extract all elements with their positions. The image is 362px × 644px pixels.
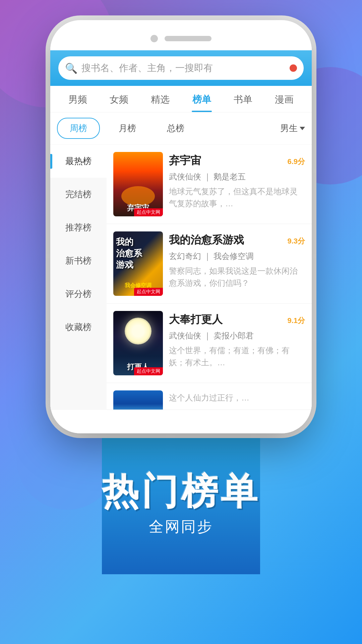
book-tags-1: 武侠仙侠 ｜ 鹅是老五 <box>169 171 305 182</box>
main-layout: 最热榜 完结榜 推荐榜 新书榜 评分榜 收藏榜 弃宇宙 起点中文网 弃 <box>50 145 312 410</box>
sidebar-item-favorites[interactable]: 收藏榜 <box>50 311 107 344</box>
tab-booklist[interactable]: 书单 <box>222 86 263 112</box>
book-score-1: 6.9分 <box>287 155 305 167</box>
book-score-unit-1: 分 <box>298 157 305 166</box>
tag-separator-2: ｜ <box>203 252 214 261</box>
book-item-4[interactable]: 这个人仙力过正行，… <box>107 383 312 410</box>
book-title-1: 弃宇宙 <box>169 153 201 168</box>
book-tag2-1: 鹅是老五 <box>214 172 246 181</box>
phone-camera <box>150 35 158 42</box>
book-item-3[interactable]: 打更人 起点中文网 大奉打更人 9.1分 武侠仙侠 ｜ <box>107 304 312 383</box>
book-item-2[interactable]: 我的治愈系游戏 我会修空调 起点中文网 我的治愈系游戏 9.3分 玄幻奇幻 <box>107 224 312 304</box>
book-cover-1: 弃宇宙 起点中文网 <box>113 152 163 216</box>
search-dot-indicator <box>290 64 297 72</box>
tab-featured[interactable]: 精选 <box>140 86 181 112</box>
book-desc-4: 这个人仙力过正行，… <box>169 392 305 404</box>
app-content: 🔍 搜书名、作者、主角，一搜即有 男频 女频 精选 榜单 书单 漫画 周榜 月榜… <box>50 50 312 410</box>
tag-separator-3: ｜ <box>203 331 214 340</box>
book-title-2: 我的治愈系游戏 <box>169 233 244 248</box>
book-info-2: 我的治愈系游戏 9.3分 玄幻奇幻 ｜ 我会修空调 警察同志，如果我说这是一款休… <box>169 231 305 289</box>
filter-tabs: 周榜 月榜 总榜 男生 <box>50 112 312 145</box>
sidebar-item-completed[interactable]: 完结榜 <box>50 178 107 211</box>
cover-1-badge: 起点中文网 <box>134 208 163 216</box>
filter-weekly[interactable]: 周榜 <box>57 118 100 139</box>
book-info-4: 这个人仙力过正行，… <box>169 390 305 404</box>
tab-rankings[interactable]: 榜单 <box>181 86 222 112</box>
book-desc-1: 地球元气复苏了，但这真不是地球灵气复苏的故事，… <box>169 185 305 210</box>
book-info-1: 弃宇宙 6.9分 武侠仙侠 ｜ 鹅是老五 地球元气复苏了，但这真不是地球灵气复苏… <box>169 152 305 210</box>
book-tag1-2: 玄幻奇幻 <box>169 252 201 261</box>
cover-3-badge: 起点中文网 <box>134 367 163 375</box>
book-tag1-1: 武侠仙侠 <box>169 172 201 181</box>
phone-bottom <box>50 410 312 433</box>
book-score-value-1: 6.9 <box>287 157 298 166</box>
book-info-3: 大奉打更人 9.1分 武侠仙侠 ｜ 卖报小郎君 这个世界，有儒；有道；有佛；有妖… <box>169 311 305 369</box>
book-tag1-3: 武侠仙侠 <box>169 331 201 340</box>
dropdown-arrow-icon <box>300 127 305 130</box>
sidebar-item-hottest[interactable]: 最热榜 <box>50 145 107 178</box>
tag-separator-1: ｜ <box>203 172 214 181</box>
book-score-unit-2: 分 <box>298 237 305 245</box>
filter-total[interactable]: 总榜 <box>155 118 196 138</box>
book-score-2: 9.3分 <box>287 234 305 246</box>
book-tags-3: 武侠仙侠 ｜ 卖报小郎君 <box>169 330 305 341</box>
book-cover-3: 打更人 起点中文网 <box>113 311 163 375</box>
cover-2-badge: 起点中文网 <box>134 288 163 296</box>
search-icon: 🔍 <box>65 62 77 74</box>
search-bar[interactable]: 🔍 搜书名、作者、主角，一搜即有 <box>58 56 304 80</box>
sidebar-item-recommended[interactable]: 推荐榜 <box>50 211 107 244</box>
search-placeholder: 搜书名、作者、主角，一搜即有 <box>81 62 286 74</box>
book-title-3: 大奉打更人 <box>169 312 223 327</box>
book-cover-4 <box>113 390 163 410</box>
tab-male[interactable]: 男频 <box>57 86 98 112</box>
tab-female[interactable]: 女频 <box>98 86 139 112</box>
book-item-1[interactable]: 弃宇宙 起点中文网 弃宇宙 6.9分 武侠仙侠 ｜ <box>107 145 312 224</box>
sidebar: 最热榜 完结榜 推荐榜 新书榜 评分榜 收藏榜 <box>50 145 107 410</box>
promo-subtitle: 全网同步 <box>149 517 213 537</box>
cover-2-title: 我的治愈系游戏 <box>116 236 142 270</box>
filter-monthly[interactable]: 月榜 <box>107 118 148 138</box>
filter-male-label: 男生 <box>280 122 298 134</box>
book-title-row-3: 大奉打更人 9.1分 <box>169 312 305 327</box>
book-tag2-3: 卖报小郎君 <box>214 331 254 340</box>
phone-frame: 🔍 搜书名、作者、主角，一搜即有 男频 女频 精选 榜单 书单 漫画 周榜 月榜… <box>50 20 312 433</box>
book-score-value-2: 9.3 <box>287 237 298 245</box>
phone-notch <box>50 20 312 50</box>
book-score-value-3: 9.1 <box>287 316 298 325</box>
book-score-unit-3: 分 <box>298 316 305 325</box>
cover-3-moon <box>125 318 152 344</box>
search-bar-container: 🔍 搜书名、作者、主角，一搜即有 <box>50 50 312 86</box>
book-desc-2: 警察同志，如果我说这是一款休闲治愈系游戏，你们信吗？ <box>169 265 305 289</box>
book-cover-2: 我的治愈系游戏 我会修空调 起点中文网 <box>113 231 163 296</box>
filter-gender[interactable]: 男生 <box>280 122 305 134</box>
book-title-row-1: 弃宇宙 6.9分 <box>169 153 305 168</box>
book-desc-3: 这个世界，有儒；有道；有佛；有妖；有术土。… <box>169 344 305 369</box>
tab-comics[interactable]: 漫画 <box>264 86 305 112</box>
book-tag2-2: 我会修空调 <box>214 252 254 261</box>
sidebar-item-scored[interactable]: 评分榜 <box>50 277 107 311</box>
book-score-3: 9.1分 <box>287 314 305 326</box>
sidebar-item-newbooks[interactable]: 新书榜 <box>50 244 107 277</box>
nav-tabs: 男频 女频 精选 榜单 书单 漫画 <box>50 86 312 112</box>
phone-speaker <box>165 36 212 41</box>
book-title-row-2: 我的治愈系游戏 9.3分 <box>169 233 305 248</box>
promo-title: 热门榜单 <box>102 471 260 512</box>
book-tags-2: 玄幻奇幻 ｜ 我会修空调 <box>169 251 305 262</box>
book-list: 弃宇宙 起点中文网 弃宇宙 6.9分 武侠仙侠 ｜ <box>107 145 312 410</box>
bottom-promo-area: 热门榜单 全网同步 <box>102 433 260 574</box>
